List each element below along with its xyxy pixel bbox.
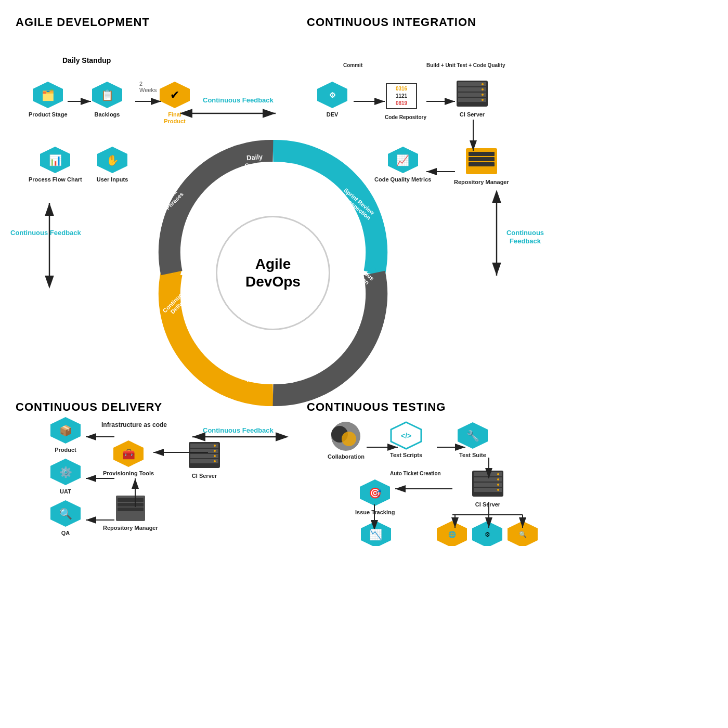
continuous-testing-label: ContinuousTesting [239,369,274,384]
daily-scrum-label: DailyScrum [244,152,266,170]
diagram-container: AGILE DEVELOPMENT CONTINUOUS INTEGRATION… [0,0,546,546]
center-circle: Agile DevOps [216,216,330,330]
